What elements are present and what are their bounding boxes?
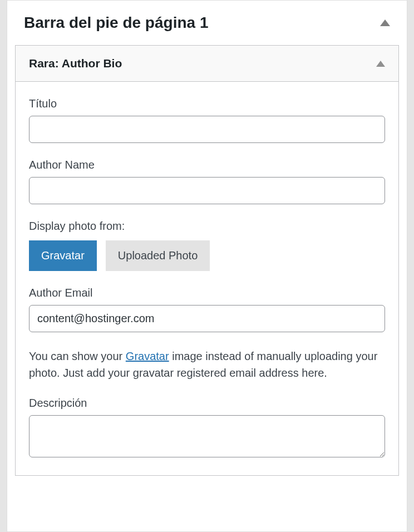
photo-source-buttons: Gravatar Uploaded Photo bbox=[29, 240, 385, 271]
display-photo-group: Display photo from: Gravatar Uploaded Ph… bbox=[29, 220, 385, 271]
author-email-label: Author Email bbox=[29, 287, 385, 299]
gravatar-link[interactable]: Gravatar bbox=[126, 350, 169, 362]
author-name-group: Author Name bbox=[29, 159, 385, 204]
panel-container: Barra del pie de página 1 Rara: Author B… bbox=[7, 0, 407, 532]
gravatar-help-text: You can show your Gravatar image instead… bbox=[29, 348, 385, 381]
author-email-input[interactable] bbox=[29, 305, 385, 332]
help-text-before: You can show your bbox=[29, 350, 126, 362]
widget-container: Rara: Author Bio Título Author Name Disp… bbox=[15, 45, 399, 476]
widget-header[interactable]: Rara: Author Bio bbox=[16, 46, 398, 82]
collapse-icon bbox=[380, 19, 390, 26]
titulo-label: Título bbox=[29, 97, 385, 110]
widget-body: Título Author Name Display photo from: G… bbox=[16, 82, 398, 460]
widget-title: Rara: Author Bio bbox=[29, 57, 122, 70]
author-name-input[interactable] bbox=[29, 177, 385, 204]
uploaded-photo-button[interactable]: Uploaded Photo bbox=[106, 240, 210, 271]
gravatar-button[interactable]: Gravatar bbox=[29, 240, 97, 271]
descripcion-group: Descripción bbox=[29, 397, 385, 460]
author-email-group: Author Email bbox=[29, 287, 385, 332]
author-name-label: Author Name bbox=[29, 159, 385, 171]
descripcion-textarea[interactable] bbox=[29, 415, 385, 457]
descripcion-label: Descripción bbox=[29, 397, 385, 410]
panel-header[interactable]: Barra del pie de página 1 bbox=[7, 1, 407, 45]
display-photo-label: Display photo from: bbox=[29, 220, 385, 233]
collapse-icon bbox=[376, 61, 385, 67]
titulo-group: Título bbox=[29, 97, 385, 143]
titulo-input[interactable] bbox=[29, 116, 385, 143]
panel-title: Barra del pie de página 1 bbox=[24, 14, 208, 32]
